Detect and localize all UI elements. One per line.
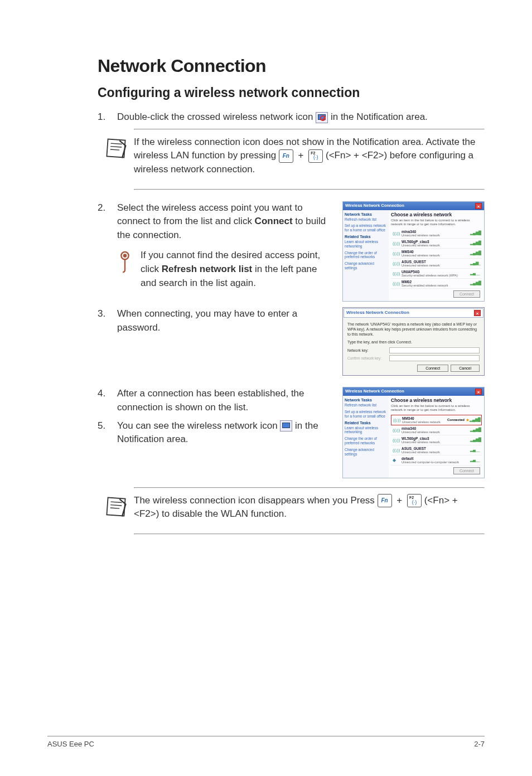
- sidebar-link: Change the order of preferred networks: [345, 251, 387, 260]
- step-2: 2. Select the wireless access point you …: [98, 201, 331, 243]
- tip-box: If you cannot find the desired access po…: [117, 249, 331, 290]
- network-item: ◆defaultUnsecured computer-to-computer n…: [391, 455, 482, 465]
- signal-icon: ▂▄▆█: [470, 241, 480, 245]
- step-number: 5.: [98, 419, 117, 447]
- signal-icon: ▂▄▆█: [470, 418, 480, 422]
- sidebar-link: Learn about wireless networking: [345, 240, 387, 249]
- antenna-icon: ((¡)): [393, 448, 399, 453]
- step-number: 3.: [98, 307, 117, 334]
- note-icon: [104, 495, 128, 518]
- screenshot-network-list: Wireless Network Connection× Network Tas…: [342, 201, 485, 302]
- wireless-icon: [280, 420, 292, 431]
- sidebar-heading: Related Tasks: [345, 421, 387, 425]
- antenna-icon: ((¡)): [393, 438, 399, 443]
- signal-icon: ▂▄▆_: [470, 261, 480, 265]
- page-footer: ASUS Eee PC 2-7: [47, 736, 485, 748]
- sidebar-link: Change advanced settings: [345, 448, 387, 457]
- network-item: ((¡))ASUS_GUESTUnsecured wireless networ…: [391, 445, 482, 455]
- step-4: 4. After a connection has been establish…: [98, 387, 331, 414]
- antenna-icon: ((¡)): [393, 428, 399, 433]
- divider: [134, 189, 485, 190]
- network-item: ((¡))ASUS_GUESTUnsecured wireless networ…: [391, 259, 482, 269]
- signal-icon: ▂▄▆█: [470, 231, 480, 235]
- step-bold: Connect: [255, 216, 293, 226]
- field-label: Network key:: [347, 348, 389, 352]
- antenna-icon: ((¡)): [393, 231, 399, 236]
- f2-key-icon: F2(·): [308, 149, 323, 163]
- network-key-input: [389, 347, 480, 353]
- step-5: 5. You can see the wireless network icon…: [98, 419, 331, 447]
- tip-bold: Refresh network list: [162, 264, 253, 274]
- main-title: Choose a wireless network: [391, 212, 482, 217]
- network-item: ((¡))UNIAP54GSecurity-enabled wireless n…: [391, 269, 482, 279]
- status-label: Connected: [447, 418, 465, 421]
- signal-icon: ▂▄▆█: [470, 251, 480, 255]
- step-number: 2.: [98, 201, 117, 243]
- section-title: Configuring a wireless network connectio…: [98, 85, 485, 100]
- plus-sign: +: [396, 495, 405, 506]
- sidebar-link: Set up a wireless network for a home or …: [345, 224, 387, 232]
- connect-button: Connect: [417, 365, 448, 372]
- cancel-button: Cancel: [451, 365, 480, 372]
- antenna-icon: ((¡)): [393, 418, 400, 423]
- sidebar-heading: Network Tasks: [345, 398, 387, 402]
- main-title: Choose a wireless network: [391, 397, 482, 403]
- antenna-icon: ((¡)): [393, 251, 399, 256]
- network-item: ((¡))mina340Unsecured wireless network▂▄…: [391, 425, 482, 435]
- close-icon: ×: [475, 203, 482, 209]
- sidebar-heading: Network Tasks: [345, 212, 387, 216]
- step-number: 1.: [98, 110, 117, 124]
- step-text: Double-click the crossed wireless networ…: [117, 111, 316, 122]
- signal-icon: ▂▄▆█: [470, 428, 480, 432]
- screenshot-password-dialog: Wireless Network Connection× The network…: [342, 307, 485, 376]
- step-3: 3. When connecting, you may have to ente…: [98, 307, 331, 334]
- sidebar-link: Set up a wireless network for a home or …: [345, 410, 387, 419]
- note-box: If the wireless connection icon does not…: [98, 135, 485, 177]
- step-1: 1. Double-click the crossed wireless net…: [98, 110, 485, 124]
- divider: [134, 487, 485, 488]
- svg-point-2: [123, 254, 127, 258]
- signal-icon: ▂▄__: [470, 458, 480, 462]
- close-icon: ×: [475, 389, 482, 395]
- page-title: Network Connection: [98, 56, 485, 76]
- divider: [134, 534, 485, 535]
- tip-icon: [117, 251, 133, 274]
- step-text: After a connection has been established,…: [117, 387, 331, 414]
- main-subtitle: Click an item in the list below to conne…: [391, 219, 482, 226]
- main-subtitle: Click an item in the list below to conne…: [391, 404, 482, 412]
- sidebar-link: Change advanced settings: [345, 261, 387, 270]
- signal-icon: ▂▄▆█: [470, 438, 480, 442]
- window-title: Wireless Network Connection: [345, 389, 404, 395]
- footer-right: 2-7: [474, 740, 485, 748]
- signal-icon: ▂▄__: [470, 448, 480, 452]
- connect-button: Connect: [453, 290, 480, 298]
- note-box: The wireless connection icon disappears …: [98, 494, 485, 521]
- antenna-icon: ((¡)): [393, 281, 399, 286]
- note-text: The wireless connection icon disappears …: [134, 495, 378, 506]
- step-number: 4.: [98, 387, 117, 414]
- antenna-icon: ((¡)): [393, 261, 399, 266]
- network-item: ((¡))mina340Unsecured wireless network▂▄…: [391, 229, 482, 239]
- divider: [134, 129, 485, 130]
- sidebar-link: Refresh network list: [345, 217, 387, 222]
- confirm-key-input: [389, 355, 480, 361]
- sidebar-link: Learn about wireless networking: [345, 426, 387, 435]
- network-item: ((¡))MM02Security-enabled wireless netwo…: [391, 279, 482, 289]
- antenna-icon: ((¡)): [393, 271, 399, 276]
- dialog-message: The network 'UNIAP54G' requires a networ…: [347, 322, 480, 337]
- sidebar-link: Change the order of preferred networks: [345, 437, 387, 445]
- step-text: When connecting, you may have to enter a…: [117, 307, 331, 334]
- antenna-icon: ((¡)): [393, 241, 399, 246]
- close-icon: ×: [474, 310, 481, 316]
- signal-icon: ▂▄▆█: [470, 281, 480, 285]
- step-text: in the Notification area.: [331, 111, 428, 122]
- connect-button: Connect: [453, 467, 480, 474]
- footer-left: ASUS Eee PC: [47, 740, 94, 748]
- fn-key-icon: Fn: [378, 494, 392, 507]
- network-item: ((¡))WL500gP_clau3Unsecured wireless net…: [391, 435, 482, 445]
- fn-key-icon: Fn: [279, 149, 293, 163]
- sidebar-heading: Related Tasks: [345, 235, 387, 239]
- adhoc-icon: ◆: [393, 458, 399, 463]
- field-label: Confirm network key:: [347, 356, 389, 360]
- network-item: ((¡))MM340Unsecured wireless network▂▄▆█: [391, 249, 482, 259]
